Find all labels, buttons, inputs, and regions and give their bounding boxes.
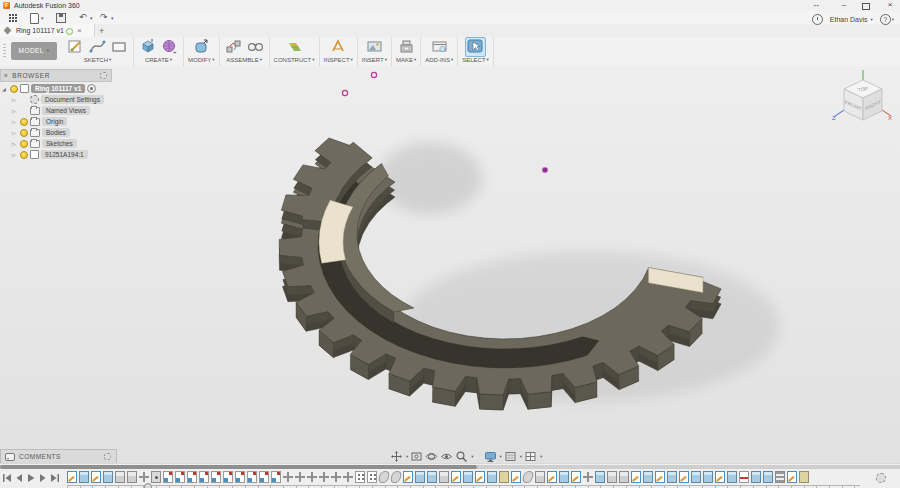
visibility-bulb-icon[interactable] (20, 140, 28, 148)
comments-gear-icon[interactable] (104, 453, 111, 460)
select-icon[interactable] (465, 37, 486, 57)
timeline-scroll-thumb[interactable] (0, 465, 477, 469)
insert-image-icon[interactable] (365, 38, 384, 56)
display-settings-icon[interactable] (484, 450, 497, 463)
timeline-feature-prism-icon[interactable] (607, 471, 617, 483)
app-grid-icon[interactable] (8, 13, 17, 22)
timeline-feature-prism-icon[interactable] (535, 471, 545, 483)
toolbar-group-label[interactable]: CREATE▾ (145, 56, 172, 64)
timeline-feature-copy-icon[interactable] (223, 471, 233, 483)
visibility-bulb-icon[interactable] (20, 129, 28, 137)
sketch-point-marker[interactable] (342, 90, 347, 95)
spline-icon[interactable] (88, 38, 107, 56)
timeline-feature-copy-icon[interactable] (175, 471, 185, 483)
step-back-icon[interactable] (14, 472, 24, 483)
timeline-feature-sketch-icon[interactable] (715, 471, 725, 483)
new-tab-button[interactable]: + (99, 26, 104, 36)
save-icon[interactable] (56, 13, 66, 23)
timeline-feature-sketch-icon[interactable] (475, 471, 485, 483)
timeline-feature-extrude-icon[interactable] (763, 471, 773, 483)
timeline-feature-sketch-icon[interactable] (511, 471, 521, 483)
timeline-feature-extrude-icon[interactable] (427, 471, 437, 483)
extrude-icon[interactable] (138, 38, 157, 56)
scripts-addins-icon[interactable] (430, 38, 449, 56)
comments-bar[interactable]: COMMENTS (0, 449, 117, 464)
timeline-feature-extrude-icon[interactable] (691, 471, 701, 483)
skip-end-icon[interactable] (50, 472, 60, 483)
timeline-feature-sketch-icon[interactable] (631, 471, 641, 483)
file-menu-caret-icon[interactable]: ▾ (41, 15, 44, 21)
timeline-feature-chamfer-icon[interactable] (499, 471, 509, 483)
timeline-feature-extrude-icon[interactable] (703, 471, 713, 483)
timeline-scrollbar[interactable] (0, 465, 900, 469)
activate-component-icon[interactable] (87, 84, 96, 93)
timeline-feature-copy-icon[interactable] (247, 471, 257, 483)
chevron-down-icon[interactable]: ▾ (471, 454, 473, 459)
toolbar-group-label[interactable]: ASSEMBLE▾ (226, 56, 262, 64)
grid-snap-icon[interactable] (504, 450, 517, 463)
sketch-point-marker[interactable] (371, 72, 376, 77)
timeline-feature-copy-icon[interactable] (199, 471, 209, 483)
timeline-feature-extrude-icon[interactable] (559, 471, 569, 483)
timeline-feature-prism-icon[interactable] (127, 471, 137, 483)
expander-closed-icon[interactable]: ▷ (10, 152, 18, 158)
form-icon[interactable]: + (160, 38, 179, 56)
browser-item-label[interactable]: Origin (42, 117, 67, 126)
timeline-feature-extrude-icon[interactable] (667, 471, 677, 483)
browser-item-label[interactable]: Bodies (42, 128, 70, 137)
help-menu[interactable]: ? ▾ (880, 14, 894, 25)
viewport-canvas[interactable]: « BROWSER ◢Ring 101117 v1▷Document Setti… (0, 66, 900, 463)
browser-item-label[interactable]: Named Views (42, 106, 90, 115)
user-menu[interactable]: Ethan Davis ▾ (830, 16, 873, 23)
timeline-feature-move-icon[interactable] (331, 471, 341, 483)
make-3d-print-icon[interactable] (397, 38, 416, 56)
timeline-feature-sketch-icon[interactable] (91, 471, 101, 483)
timeline-feature-extrude-icon[interactable] (415, 471, 425, 483)
browser-item-91251a194-1[interactable]: ▷91251A194:1 (0, 149, 112, 160)
ring-model[interactable] (0, 66, 900, 463)
toolbar-group-label[interactable]: CONSTRUCT▾ (274, 56, 315, 64)
timeline-feature-sketch-icon[interactable] (787, 471, 797, 483)
timeline-feature-prism-icon[interactable] (619, 471, 629, 483)
timeline-feature-sketch-icon[interactable] (655, 471, 665, 483)
step-forward-icon[interactable] (38, 472, 48, 483)
expander-closed-icon[interactable]: ▷ (10, 130, 18, 136)
undo-caret-icon[interactable]: ▾ (90, 15, 93, 21)
timeline-feature-move-icon[interactable] (319, 471, 329, 483)
document-tab[interactable]: Ring 101117 v1 × (0, 24, 95, 37)
browser-root-row[interactable]: ◢Ring 101117 v1 (0, 83, 112, 94)
timeline-feature-sketch-icon[interactable] (67, 471, 77, 483)
timeline-feature-extrude-icon[interactable] (595, 471, 605, 483)
timeline-feature-sketch-icon[interactable] (451, 471, 461, 483)
timeline-feature-move-icon[interactable] (343, 471, 353, 483)
maximize-button[interactable] (862, 3, 870, 10)
expander-closed-icon[interactable]: ▷ (10, 108, 18, 114)
browser-item-label[interactable]: Sketches (42, 139, 77, 148)
look-at-icon[interactable] (440, 450, 453, 463)
sketch-point-marker[interactable] (542, 167, 548, 173)
timeline-feature-extrude-icon[interactable] (643, 471, 653, 483)
timeline-feature-pattern-icon[interactable] (367, 471, 377, 483)
expander-closed-icon[interactable]: ▷ (10, 119, 18, 125)
timeline-feature-extrude-icon[interactable] (103, 471, 113, 483)
timeline-feature-copy-icon[interactable] (163, 471, 173, 483)
close-button[interactable]: × (882, 0, 898, 10)
expander-closed-icon[interactable]: ▷ (10, 97, 18, 103)
expander-open-icon[interactable]: ◢ (0, 86, 8, 92)
joint-icon[interactable] (224, 38, 243, 56)
browser-gear-icon[interactable] (100, 72, 107, 79)
chevron-down-icon[interactable]: ▾ (500, 454, 502, 459)
browser-item-label[interactable]: 91251A194:1 (41, 150, 88, 159)
timeline-feature-prism-icon[interactable] (439, 471, 449, 483)
browser-root-label[interactable]: Ring 101117 v1 (31, 84, 85, 93)
visibility-bulb-icon[interactable] (20, 151, 28, 159)
browser-item-named-views[interactable]: ▷Named Views (0, 105, 112, 116)
timeline-feature-move-icon[interactable] (295, 471, 305, 483)
timeline-feature-sketch-icon[interactable] (547, 471, 557, 483)
minimize-button[interactable]: – (836, 0, 852, 10)
browser-item-sketches[interactable]: ▷Sketches (0, 138, 112, 149)
timeline-feature-sweep-icon[interactable] (522, 471, 535, 483)
timeline-feature-extrude-icon[interactable] (487, 471, 497, 483)
skip-start-icon[interactable] (2, 472, 12, 483)
create-sketch-icon[interactable] (66, 38, 85, 56)
